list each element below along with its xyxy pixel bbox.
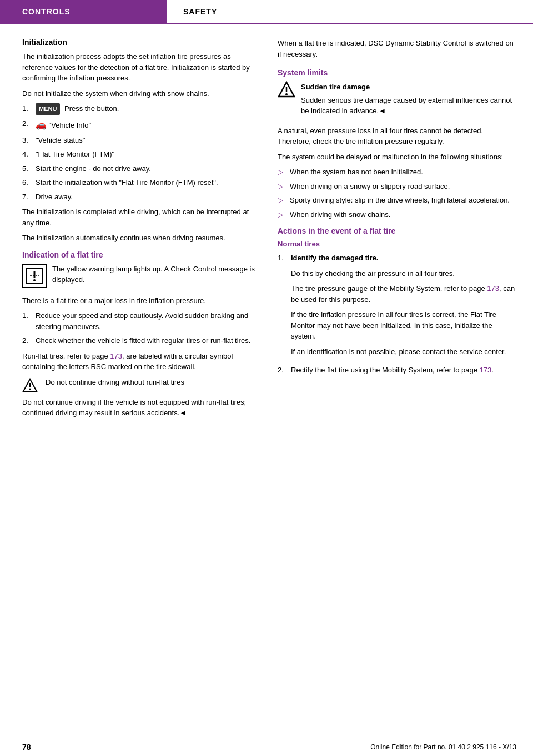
initialization-heading: Initialization bbox=[22, 38, 261, 47]
step-3-content: "Vehicle status" bbox=[36, 135, 85, 146]
car-icon: 🚗 bbox=[36, 118, 47, 132]
step-3: 3. "Vehicle status" bbox=[22, 135, 261, 146]
arrow-icon-4: ▷ bbox=[278, 209, 285, 220]
arrow-icon-2: ▷ bbox=[278, 181, 285, 192]
triangle-warning-icon bbox=[278, 82, 295, 97]
final-para: Do not continue driving if the vehicle i… bbox=[22, 397, 261, 419]
step-7-content: Drive away. bbox=[36, 191, 73, 203]
run-flat-link-1: 173 bbox=[110, 352, 122, 360]
step-5-num: 5. bbox=[22, 163, 31, 174]
page-footer: 78 Online Edition for Part no. 01 40 2 9… bbox=[0, 738, 533, 756]
init-para-2: Do not initialize the system when drivin… bbox=[22, 88, 261, 99]
flat-step-1: 1. Reduce your speed and stop cautiously… bbox=[22, 310, 261, 332]
step-7: 7. Drive away. bbox=[22, 191, 261, 203]
normal-step-2: 2. Rectify the flat tire using the Mobil… bbox=[278, 365, 516, 380]
sudden-tire-warning: Sudden tire damage Sudden serious tire d… bbox=[278, 82, 516, 121]
step-5: 5. Start the engine - do not drive away. bbox=[22, 163, 261, 174]
bullet-text-2: When driving on a snowy or slippery road… bbox=[290, 181, 450, 192]
warning-box: The yellow warning lamp lights up. A Che… bbox=[22, 264, 261, 290]
controls-label: CONTROLS bbox=[22, 7, 71, 16]
flat-step-1-num: 1. bbox=[22, 310, 31, 332]
actions-section: Actions in the event of a flat tire Norm… bbox=[278, 226, 516, 380]
step-1-num: 1. bbox=[22, 103, 31, 115]
step-2-num: 2. bbox=[22, 118, 31, 132]
step-5-content: Start the engine - do not drive away. bbox=[36, 163, 151, 174]
step-1-content: MENU Press the button. bbox=[36, 103, 119, 115]
check-air-pressure: Do this by checking the air pressure in … bbox=[291, 268, 516, 279]
flat-step-2: 2. Check whether the vehicle is fitted w… bbox=[22, 335, 261, 346]
left-column: Initialization The initialization proces… bbox=[22, 38, 261, 425]
main-content: Initialization The initialization proces… bbox=[0, 24, 533, 447]
flat-step-1-content: Reduce your speed and stop cautiously. A… bbox=[36, 310, 261, 332]
normal-step-2-num: 2. bbox=[278, 365, 286, 376]
svg-point-6 bbox=[29, 388, 31, 390]
flat-step-2-num: 2. bbox=[22, 335, 31, 346]
init-steps-list: 1. MENU Press the button. 2. 🚗 "Vehicle … bbox=[22, 103, 261, 202]
tire-pressure-gauge: The tire pressure gauge of the Mobility … bbox=[291, 283, 516, 305]
step-4: 4. "Flat Tire Monitor (FTM)" bbox=[22, 149, 261, 160]
menu-button-icon: MENU bbox=[36, 103, 60, 115]
bullet-item-2: ▷ When driving on a snowy or slippery ro… bbox=[278, 181, 516, 192]
no-run-flat-warning: Do not continue driving without run-flat… bbox=[22, 377, 261, 392]
step-4-content: "Flat Tire Monitor (FTM)" bbox=[36, 149, 114, 160]
normal-step-1-num: 1. bbox=[278, 253, 286, 264]
flat-tire-heading: Indication of a flat tire bbox=[22, 250, 261, 259]
warning-text-content: The yellow warning lamp lights up. A Che… bbox=[52, 264, 261, 290]
safety-label: SAFETY bbox=[183, 7, 217, 16]
actions-heading: Actions in the event of a flat tire bbox=[278, 226, 516, 235]
bullet-text-3: Sporty driving style: slip in the drive … bbox=[290, 195, 510, 206]
edition-text: Online Edition for Part no. 01 40 2 925 … bbox=[370, 743, 516, 751]
no-run-flat-label: Do not continue driving without run-flat… bbox=[46, 377, 184, 388]
step-4-num: 4. bbox=[22, 149, 31, 160]
link-173-2: 173 bbox=[480, 366, 492, 374]
sudden-tire-damage: Sudden tire damage bbox=[301, 82, 516, 93]
triangle-icon bbox=[22, 377, 40, 392]
flat-steps-list: 1. Reduce your speed and stop cautiously… bbox=[22, 310, 261, 346]
step-2: 2. 🚗 "Vehicle Info" bbox=[22, 118, 261, 132]
normal-step-2-content: Rectify the flat tire using the Mobility… bbox=[291, 365, 494, 380]
if-correct: If the tire inflation pressure in all fo… bbox=[291, 309, 516, 342]
bullet-text-1: When the system has not been initialized… bbox=[290, 167, 423, 178]
step-1: 1. MENU Press the button. bbox=[22, 103, 261, 115]
normal-tires-heading: Normal tires bbox=[278, 240, 516, 248]
link-173-1: 173 bbox=[487, 284, 499, 293]
right-column: When a flat tire is indicated, DSC Dynam… bbox=[278, 38, 516, 425]
if-not-possible: If an identification is not possible, pl… bbox=[291, 346, 516, 357]
natural-para: A natural, even pressure loss in all fou… bbox=[278, 125, 516, 147]
sudden-serious: Sudden serious tire damage caused by ext… bbox=[301, 95, 516, 117]
rectify-text: Rectify the flat tire using the Mobility… bbox=[291, 365, 494, 376]
identify-damaged-tire: Identify the damaged tire. bbox=[291, 254, 378, 262]
step-3-num: 3. bbox=[22, 135, 31, 146]
bullet-text-4: When driving with snow chains. bbox=[290, 209, 390, 220]
normal-step-1: 1. Identify the damaged tire. Do this by… bbox=[278, 253, 516, 361]
system-limits-section: System limits Sudden tire damage Sudden … bbox=[278, 68, 516, 220]
flat-step-2-content: Check whether the vehicle is fitted with… bbox=[36, 335, 250, 346]
svg-point-9 bbox=[285, 93, 288, 95]
normal-steps-list: 1. Identify the damaged tire. Do this by… bbox=[278, 253, 516, 380]
warning-para: The yellow warning lamp lights up. A Che… bbox=[52, 264, 261, 285]
normal-step-1-content: Identify the damaged tire. Do this by ch… bbox=[291, 253, 516, 361]
arrow-icon-1: ▷ bbox=[278, 167, 285, 178]
step-2-content: 🚗 "Vehicle Info" bbox=[36, 118, 91, 132]
init-para-3: The initialization is completed while dr… bbox=[22, 206, 261, 228]
sudden-tire-text: Sudden tire damage Sudden serious tire d… bbox=[301, 82, 516, 121]
flat-tire-section: Indication of a flat tire The yellow war… bbox=[22, 250, 261, 419]
bullet-item-4: ▷ When driving with snow chains. bbox=[278, 209, 516, 220]
init-para-4: The initialization automatically continu… bbox=[22, 233, 261, 244]
dsc-text: When a flat tire is indicated, DSC Dynam… bbox=[278, 38, 516, 59]
system-limits-heading: System limits bbox=[278, 68, 516, 77]
init-para-1: The initialization process adopts the se… bbox=[22, 51, 261, 84]
arrow-icon-3: ▷ bbox=[278, 195, 285, 206]
initialization-section: Initialization The initialization proces… bbox=[22, 38, 261, 244]
step-6-num: 6. bbox=[22, 177, 31, 188]
run-flat-text-2: , are labeled with a circular symbol con… bbox=[22, 352, 233, 371]
step-6: 6. Start the initialization with "Flat T… bbox=[22, 177, 261, 188]
safety-tab: SAFETY bbox=[167, 0, 234, 23]
bullet-item-1: ▷ When the system has not been initializ… bbox=[278, 167, 516, 178]
page-number: 78 bbox=[22, 743, 31, 752]
step-7-num: 7. bbox=[22, 191, 31, 203]
page-header: CONTROLS SAFETY bbox=[0, 0, 533, 24]
bullet-list: ▷ When the system has not been initializ… bbox=[278, 167, 516, 220]
warning-icon bbox=[22, 264, 47, 288]
no-run-flat-text: Do not continue driving without run-flat… bbox=[46, 377, 184, 392]
